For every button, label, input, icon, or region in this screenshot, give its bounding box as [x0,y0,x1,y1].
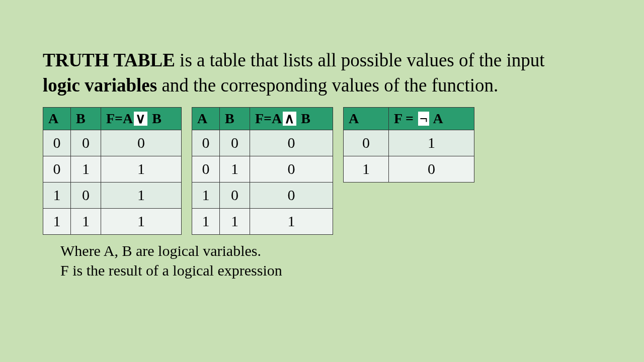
definition-text-2: and the corresponding values of the func… [157,75,498,96]
definition-paragraph: TRUTH TABLE is a table that lists all po… [43,48,576,98]
footer-line-1: Where A, B are logical variables. [60,241,601,260]
table-row: 000 [43,130,182,156]
not-body: 01 10 [344,130,474,182]
or-header-f: F=A∨ B [101,107,182,130]
table-row: 01 [344,130,474,156]
and-body: 000 010 100 111 [192,130,333,234]
or-body: 000 011 101 111 [43,130,182,234]
table-row: 101 [43,182,182,208]
and-header-f: F=A∧ B [250,107,333,130]
or-header-b: B [71,107,101,130]
table-row: 111 [192,208,333,234]
table-row: 111 [43,208,182,234]
and-header-a: A [192,107,220,130]
table-row: 100 [192,182,333,208]
and-header-b: B [220,107,250,130]
term-truth-table: TRUTH TABLE [43,50,175,70]
table-row: 10 [344,156,474,182]
table-row: 010 [192,156,333,182]
not-header-a: A [344,107,389,130]
footer-explanation: Where A, B are logical variables. F is t… [43,241,601,280]
table-row: 000 [192,130,333,156]
footer-line-2: F is the result of a logical expression [60,260,601,280]
or-operator-icon: ∨ [134,112,147,126]
or-header-a: A [43,107,71,130]
tables-row: A B F=A∨ B 000 011 101 111 A B F=A∧ B [43,107,601,235]
and-operator-icon: ∧ [283,112,296,126]
term-logic-variables: logic variables [43,75,157,96]
truth-table-not: A F = ¬ A 01 10 [343,107,474,183]
definition-text-1: is a table that lists all possible value… [175,50,545,70]
table-row: 011 [43,156,182,182]
not-header-f: F = ¬ A [389,107,474,130]
truth-table-and: A B F=A∧ B 000 010 100 111 [192,107,333,235]
not-operator-icon: ¬ [418,112,429,126]
truth-table-or: A B F=A∨ B 000 011 101 111 [43,107,182,235]
